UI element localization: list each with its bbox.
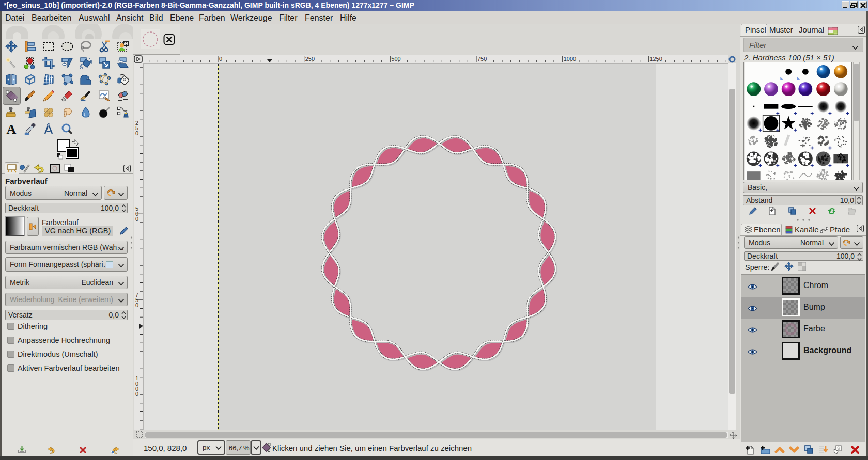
svg-text:0: 0: [135, 391, 138, 397]
svg-text:1250: 1250: [649, 56, 662, 62]
svg-text:1000: 1000: [564, 56, 576, 62]
svg-text:0: 0: [135, 302, 138, 308]
svg-text:500: 500: [391, 56, 400, 62]
svg-text:750: 750: [477, 56, 487, 62]
svg-text:A: A: [7, 123, 17, 135]
svg-text:0: 0: [135, 130, 138, 136]
svg-text:250: 250: [305, 56, 315, 62]
svg-text:0: 0: [219, 56, 222, 62]
svg-text:0: 0: [135, 216, 138, 222]
